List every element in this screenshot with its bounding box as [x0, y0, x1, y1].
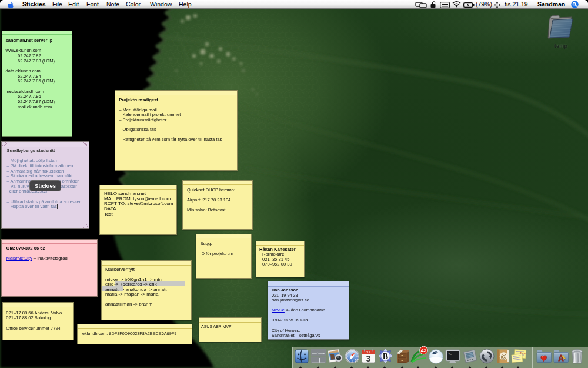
svg-text:B: B [383, 352, 388, 361]
svg-text:@: @ [500, 353, 507, 360]
svg-text:JUL: JUL [366, 351, 370, 354]
svg-text:>_: >_ [448, 352, 452, 356]
svg-text:3: 3 [366, 354, 371, 363]
svg-text:43: 43 [421, 347, 427, 353]
